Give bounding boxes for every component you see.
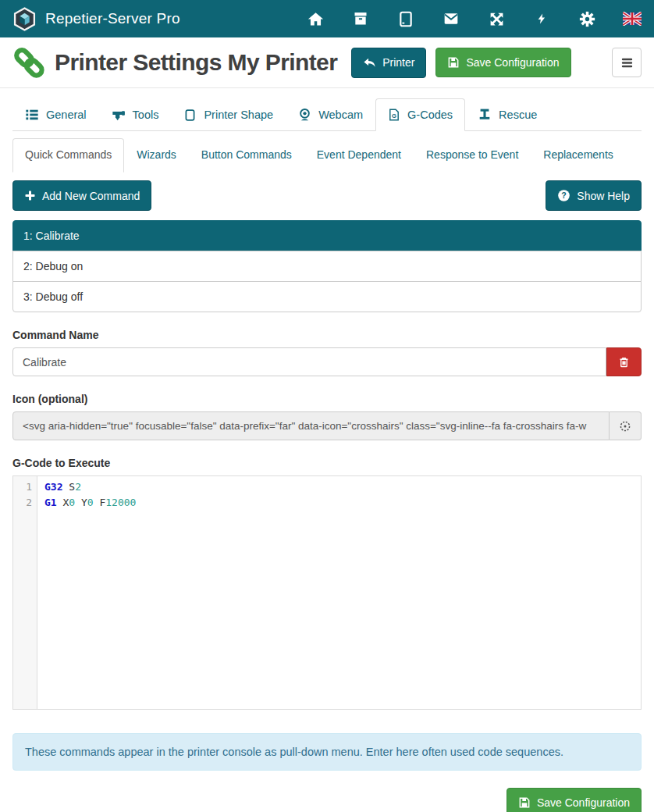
command-name-input[interactable] [12,347,606,376]
command-list-item[interactable]: 2: Debug on [12,251,642,282]
command-name-group [12,347,642,376]
command-list-item[interactable]: 3: Debug off [12,281,642,312]
show-help-button[interactable]: ? Show Help [546,180,642,211]
nav-language[interactable] [623,9,642,28]
command-list: 1: Calibrate 2: Debug on 3: Debug off [12,220,642,312]
expand-arrows-icon [489,11,505,27]
nav-touch-interface[interactable] [396,9,415,28]
reply-arrow-icon [363,56,376,69]
icon-label: Icon (optional) [12,393,642,405]
add-new-command-button[interactable]: Add New Command [12,180,151,211]
subtab-response-to-event[interactable]: Response to Event [414,138,531,173]
top-navbar: Repetier-Server Pro [0,0,654,37]
rescue-jack-icon [478,108,492,122]
icon-group [12,411,642,440]
nav-settings[interactable] [578,9,596,28]
subtab-replacements[interactable]: Replacements [531,138,626,173]
list-icon [25,108,39,122]
tab-rescue[interactable]: Rescue [465,98,549,131]
plus-icon [24,190,36,201]
gcode-editor[interactable]: 12 G32 S2G1 X0 Y0 F12000 [12,475,642,710]
tab-g-codes[interactable]: G G-Codes [375,98,465,131]
icon-preview-addon[interactable] [610,411,642,440]
save-icon [447,56,460,69]
header-menu-button[interactable] [612,48,642,77]
footer: Save Configuration [12,788,642,812]
settings-tabs: General Tools Printer Shape Webcam [12,98,642,131]
navbar-icons [306,9,642,28]
page-header: Printer Settings My Printer Printer Save… [0,37,654,88]
trash-icon [617,355,631,369]
nav-power[interactable] [532,9,551,28]
bolt-icon [536,10,547,27]
nav-messages[interactable] [442,9,460,28]
tab-printer-shape[interactable]: Printer Shape [171,98,286,131]
command-list-item[interactable]: 1: Calibrate [12,220,642,251]
gcode-code-area[interactable]: G32 S2G1 X0 Y0 F12000 [37,476,641,709]
subtab-quick-commands[interactable]: Quick Commands [12,138,124,173]
gcode-file-icon: G [388,108,400,122]
nav-printers[interactable] [351,9,370,28]
icon-input[interactable] [12,411,610,440]
gcode-line: G1 X0 Y0 F12000 [44,495,641,511]
tab-webcam[interactable]: Webcam [286,98,375,131]
nav-home[interactable] [306,9,325,28]
gcode-label: G-Code to Execute [12,457,642,469]
tab-tools[interactable]: Tools [99,98,172,131]
info-box: These commands appear in the printer con… [12,733,642,771]
gcode-line: G32 S2 [44,479,641,495]
quick-commands-toolbar: Add New Command ? Show Help [12,180,642,211]
subtab-event-dependent[interactable]: Event Dependent [304,138,414,173]
brand-title: Repetier-Server Pro [45,10,180,27]
brand[interactable]: Repetier-Server Pro [12,7,180,31]
svg-text:G: G [392,112,396,119]
question-circle-icon: ? [557,189,570,202]
chain-link-icon [12,46,45,79]
svg-text:?: ? [562,191,567,200]
crosshairs-icon [618,419,632,433]
info-text: These commands appear in the printer con… [25,746,563,758]
shape-outline-icon [183,109,197,122]
webcam-icon [298,108,311,122]
page-title: Printer Settings My Printer [55,49,337,76]
extruder-icon [112,108,126,122]
nav-global-actions[interactable] [487,9,506,28]
delete-command-button[interactable] [606,347,642,376]
gear-icon [579,11,595,27]
uk-flag-icon [623,12,642,26]
save-configuration-button-bottom[interactable]: Save Configuration [506,788,642,812]
repetier-logo-icon [12,7,37,31]
back-to-printer-button[interactable]: Printer [351,48,426,78]
home-icon [307,11,324,27]
save-icon [518,796,531,809]
subtab-wizards[interactable]: Wizards [124,138,189,173]
archive-box-icon [353,11,368,27]
tab-general[interactable]: General [12,98,99,131]
envelope-icon [443,11,460,27]
command-name-label: Command Name [12,329,642,341]
hamburger-icon [620,55,634,70]
gcode-line-numbers: 12 [13,476,37,709]
subtab-button-commands[interactable]: Button Commands [189,138,304,173]
tablet-icon [398,11,414,27]
gcode-subtabs: Quick Commands Wizards Button Commands E… [12,138,642,173]
save-configuration-button[interactable]: Save Configuration [435,48,570,77]
